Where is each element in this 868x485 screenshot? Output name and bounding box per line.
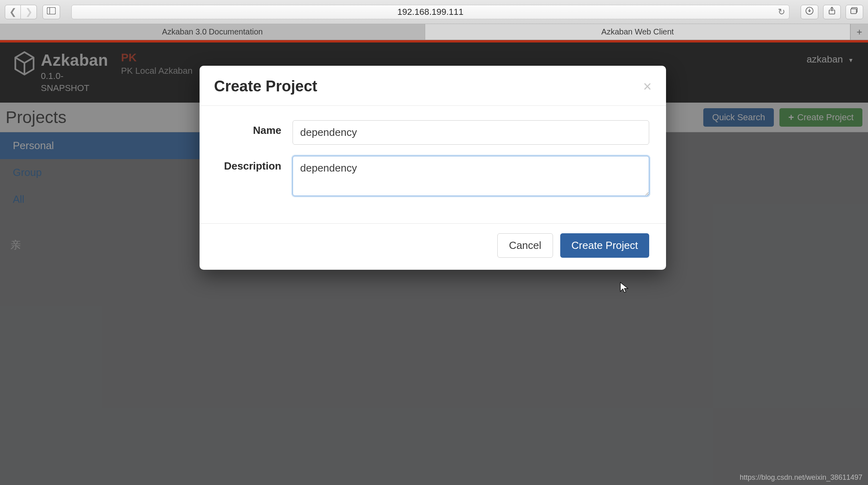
downloads-button[interactable] xyxy=(801,5,818,19)
share-icon xyxy=(828,7,836,17)
url-text: 192.168.199.111 xyxy=(397,7,463,17)
submit-button[interactable]: Create Project xyxy=(560,233,649,258)
modal-close-button[interactable]: × xyxy=(643,78,652,95)
tabs-button[interactable] xyxy=(846,5,863,19)
tabs-icon xyxy=(850,7,858,16)
nav-button-group: ❮ ❯ xyxy=(5,5,37,19)
modal-title: Create Project xyxy=(214,78,317,95)
browser-toolbar: ❮ ❯ 192.168.199.111 ↻ xyxy=(0,0,868,24)
button-label: Cancel xyxy=(509,239,541,251)
modal-header: Create Project × xyxy=(200,66,666,106)
form-row-description: Description dependency xyxy=(216,156,649,196)
sidebar-icon xyxy=(47,7,56,16)
svg-rect-0 xyxy=(47,8,56,14)
close-icon: × xyxy=(643,78,652,95)
form-row-name: Name xyxy=(216,120,649,145)
browser-tab-webclient[interactable]: Azkaban Web Client xyxy=(425,24,850,40)
cancel-button[interactable]: Cancel xyxy=(497,233,553,258)
create-project-modal: Create Project × Name Description depend… xyxy=(200,66,666,270)
button-label: Create Project xyxy=(571,239,638,251)
new-tab-button[interactable]: + xyxy=(850,24,868,40)
svg-rect-5 xyxy=(851,9,856,14)
tab-label: Azkaban Web Client xyxy=(602,27,674,36)
tab-label: Azkaban 3.0 Documentation xyxy=(162,27,262,36)
sidebar-toggle-button[interactable] xyxy=(42,5,60,19)
description-input[interactable]: dependency xyxy=(293,156,649,196)
reload-button[interactable]: ↻ xyxy=(778,7,785,17)
browser-tab-docs[interactable]: Azkaban 3.0 Documentation xyxy=(0,24,425,40)
footer-watermark-url: https://blog.csdn.net/weixin_38611497 xyxy=(740,473,862,482)
chevron-left-icon: ❮ xyxy=(9,7,16,17)
chevron-right-icon: ❯ xyxy=(25,7,32,17)
reload-icon: ↻ xyxy=(778,7,785,17)
share-button[interactable] xyxy=(823,5,841,19)
browser-tab-bar: Azkaban 3.0 Documentation Azkaban Web Cl… xyxy=(0,24,868,40)
url-bar[interactable]: 192.168.199.111 ↻ xyxy=(71,5,789,19)
plus-icon: + xyxy=(856,26,862,38)
back-button[interactable]: ❮ xyxy=(5,5,21,19)
modal-footer: Cancel Create Project xyxy=(200,223,666,270)
description-label: Description xyxy=(216,156,293,172)
name-input[interactable] xyxy=(293,120,649,145)
name-label: Name xyxy=(216,120,293,137)
browser-right-buttons xyxy=(801,5,863,19)
modal-body: Name Description dependency xyxy=(200,106,666,223)
forward-button[interactable]: ❯ xyxy=(21,5,37,19)
download-icon xyxy=(805,7,813,17)
